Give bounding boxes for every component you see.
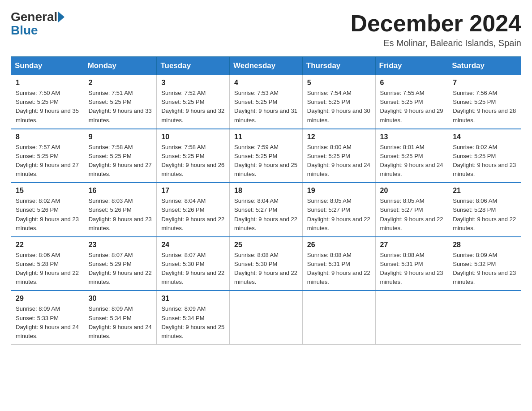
- day-number: 9: [89, 133, 152, 141]
- calendar-cell: 19Sunrise: 8:05 AMSunset: 5:27 PMDayligh…: [302, 183, 375, 237]
- calendar-week-row: 15Sunrise: 8:02 AMSunset: 5:26 PMDayligh…: [11, 183, 521, 237]
- day-info: Sunrise: 8:09 AMSunset: 5:32 PMDaylight:…: [453, 251, 516, 287]
- day-number: 11: [234, 133, 298, 141]
- day-info: Sunrise: 8:08 AMSunset: 5:31 PMDaylight:…: [380, 251, 444, 287]
- calendar-cell: [448, 291, 521, 344]
- calendar-cell: 22Sunrise: 8:06 AMSunset: 5:28 PMDayligh…: [11, 237, 84, 291]
- calendar-cell: 7Sunrise: 7:56 AMSunset: 5:25 PMDaylight…: [448, 75, 521, 129]
- day-number: 15: [16, 187, 79, 195]
- day-info: Sunrise: 8:06 AMSunset: 5:28 PMDaylight:…: [16, 251, 79, 287]
- day-info: Sunrise: 8:08 AMSunset: 5:30 PMDaylight:…: [234, 251, 298, 287]
- day-number: 25: [234, 241, 298, 249]
- day-info: Sunrise: 8:08 AMSunset: 5:31 PMDaylight:…: [307, 251, 371, 287]
- calendar-cell: 15Sunrise: 8:02 AMSunset: 5:26 PMDayligh…: [11, 183, 84, 237]
- calendar-cell: 29Sunrise: 8:09 AMSunset: 5:33 PMDayligh…: [11, 291, 84, 344]
- day-info: Sunrise: 8:02 AMSunset: 5:26 PMDaylight:…: [16, 197, 79, 233]
- calendar-cell: 30Sunrise: 8:09 AMSunset: 5:34 PMDayligh…: [84, 291, 157, 344]
- calendar-week-row: 22Sunrise: 8:06 AMSunset: 5:28 PMDayligh…: [11, 237, 521, 291]
- calendar-cell: 11Sunrise: 7:59 AMSunset: 5:25 PMDayligh…: [230, 129, 303, 183]
- calendar-cell: 16Sunrise: 8:03 AMSunset: 5:26 PMDayligh…: [84, 183, 157, 237]
- calendar-cell: [375, 291, 448, 344]
- col-header-monday: Monday: [84, 57, 157, 75]
- day-info: Sunrise: 8:09 AMSunset: 5:34 PMDaylight:…: [161, 304, 225, 341]
- calendar-cell: 14Sunrise: 8:02 AMSunset: 5:25 PMDayligh…: [448, 129, 521, 183]
- day-number: 3: [161, 79, 225, 87]
- day-number: 2: [89, 79, 152, 87]
- day-info: Sunrise: 7:56 AMSunset: 5:25 PMDaylight:…: [453, 89, 516, 125]
- day-info: Sunrise: 8:03 AMSunset: 5:26 PMDaylight:…: [89, 197, 152, 233]
- calendar-cell: [230, 291, 303, 344]
- col-header-wednesday: Wednesday: [230, 57, 303, 75]
- day-number: 5: [307, 79, 371, 87]
- col-header-thursday: Thursday: [302, 57, 375, 75]
- calendar-cell: 4Sunrise: 7:53 AMSunset: 5:25 PMDaylight…: [230, 75, 303, 129]
- day-info: Sunrise: 8:05 AMSunset: 5:27 PMDaylight:…: [307, 197, 371, 233]
- calendar-cell: 28Sunrise: 8:09 AMSunset: 5:32 PMDayligh…: [448, 237, 521, 291]
- calendar-header-row: SundayMondayTuesdayWednesdayThursdayFrid…: [11, 57, 521, 75]
- day-number: 20: [380, 187, 444, 195]
- calendar-cell: 20Sunrise: 8:05 AMSunset: 5:27 PMDayligh…: [375, 183, 448, 237]
- day-info: Sunrise: 8:06 AMSunset: 5:28 PMDaylight:…: [453, 197, 516, 233]
- logo: General Blue: [11, 11, 65, 38]
- calendar-cell: 10Sunrise: 7:58 AMSunset: 5:25 PMDayligh…: [157, 129, 230, 183]
- day-info: Sunrise: 8:00 AMSunset: 5:25 PMDaylight:…: [307, 143, 371, 179]
- calendar-table: SundayMondayTuesdayWednesdayThursdayFrid…: [11, 56, 521, 345]
- day-number: 29: [16, 295, 79, 303]
- col-header-friday: Friday: [375, 57, 448, 75]
- calendar-cell: [302, 291, 375, 344]
- day-info: Sunrise: 8:09 AMSunset: 5:34 PMDaylight:…: [89, 304, 152, 341]
- location-title: Es Molinar, Balearic Islands, Spain: [350, 38, 521, 48]
- calendar-cell: 13Sunrise: 8:01 AMSunset: 5:25 PMDayligh…: [375, 129, 448, 183]
- calendar-cell: 26Sunrise: 8:08 AMSunset: 5:31 PMDayligh…: [302, 237, 375, 291]
- day-number: 24: [161, 241, 225, 249]
- col-header-saturday: Saturday: [448, 57, 521, 75]
- day-info: Sunrise: 7:50 AMSunset: 5:25 PMDaylight:…: [16, 89, 79, 125]
- day-info: Sunrise: 7:53 AMSunset: 5:25 PMDaylight:…: [234, 89, 298, 125]
- calendar-cell: 2Sunrise: 7:51 AMSunset: 5:25 PMDaylight…: [84, 75, 157, 129]
- logo-general-text: General: [11, 11, 57, 23]
- day-number: 4: [234, 79, 298, 87]
- calendar-cell: 6Sunrise: 7:55 AMSunset: 5:25 PMDaylight…: [375, 75, 448, 129]
- day-info: Sunrise: 8:09 AMSunset: 5:33 PMDaylight:…: [16, 304, 79, 341]
- calendar-week-row: 1Sunrise: 7:50 AMSunset: 5:25 PMDaylight…: [11, 75, 521, 129]
- calendar-cell: 25Sunrise: 8:08 AMSunset: 5:30 PMDayligh…: [230, 237, 303, 291]
- calendar-cell: 3Sunrise: 7:52 AMSunset: 5:25 PMDaylight…: [157, 75, 230, 129]
- calendar-cell: 27Sunrise: 8:08 AMSunset: 5:31 PMDayligh…: [375, 237, 448, 291]
- day-number: 23: [89, 241, 152, 249]
- day-info: Sunrise: 8:07 AMSunset: 5:29 PMDaylight:…: [89, 251, 152, 287]
- day-info: Sunrise: 7:59 AMSunset: 5:25 PMDaylight:…: [234, 143, 298, 179]
- day-number: 30: [89, 295, 152, 303]
- day-info: Sunrise: 8:05 AMSunset: 5:27 PMDaylight:…: [380, 197, 444, 233]
- day-info: Sunrise: 7:54 AMSunset: 5:25 PMDaylight:…: [307, 89, 371, 125]
- day-number: 31: [161, 295, 225, 303]
- day-number: 22: [16, 241, 79, 249]
- col-header-tuesday: Tuesday: [157, 57, 230, 75]
- day-number: 16: [89, 187, 152, 195]
- calendar-cell: 8Sunrise: 7:57 AMSunset: 5:25 PMDaylight…: [11, 129, 84, 183]
- day-number: 19: [307, 187, 371, 195]
- day-number: 26: [307, 241, 371, 249]
- day-number: 6: [380, 79, 444, 87]
- calendar-cell: 17Sunrise: 8:04 AMSunset: 5:26 PMDayligh…: [157, 183, 230, 237]
- day-info: Sunrise: 8:01 AMSunset: 5:25 PMDaylight:…: [380, 143, 444, 179]
- calendar-cell: 9Sunrise: 7:58 AMSunset: 5:25 PMDaylight…: [84, 129, 157, 183]
- calendar-cell: 12Sunrise: 8:00 AMSunset: 5:25 PMDayligh…: [302, 129, 375, 183]
- logo-triangle-icon: [58, 12, 64, 22]
- day-number: 21: [453, 187, 516, 195]
- title-area: December 2024 Es Molinar, Balearic Islan…: [350, 11, 521, 48]
- col-header-sunday: Sunday: [11, 57, 84, 75]
- day-number: 18: [234, 187, 298, 195]
- day-number: 17: [161, 187, 225, 195]
- calendar-cell: 1Sunrise: 7:50 AMSunset: 5:25 PMDaylight…: [11, 75, 84, 129]
- day-info: Sunrise: 8:04 AMSunset: 5:26 PMDaylight:…: [161, 197, 225, 233]
- day-number: 1: [16, 79, 79, 87]
- calendar-week-row: 8Sunrise: 7:57 AMSunset: 5:25 PMDaylight…: [11, 129, 521, 183]
- calendar-cell: 24Sunrise: 8:07 AMSunset: 5:30 PMDayligh…: [157, 237, 230, 291]
- day-info: Sunrise: 8:04 AMSunset: 5:27 PMDaylight:…: [234, 197, 298, 233]
- calendar-cell: 23Sunrise: 8:07 AMSunset: 5:29 PMDayligh…: [84, 237, 157, 291]
- day-info: Sunrise: 7:57 AMSunset: 5:25 PMDaylight:…: [16, 143, 79, 179]
- month-title: December 2024: [350, 11, 521, 36]
- day-info: Sunrise: 8:07 AMSunset: 5:30 PMDaylight:…: [161, 251, 225, 287]
- day-number: 27: [380, 241, 444, 249]
- day-info: Sunrise: 7:52 AMSunset: 5:25 PMDaylight:…: [161, 89, 225, 125]
